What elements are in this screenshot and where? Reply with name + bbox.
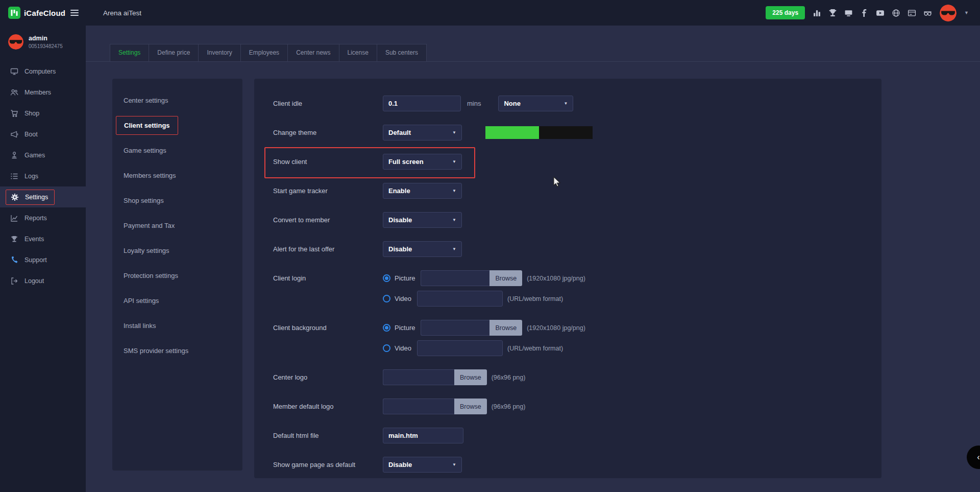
theme-preview	[485, 126, 593, 139]
nav-item-api-settings[interactable]: API settings	[112, 288, 242, 313]
nav-item-center-settings[interactable]: Center settings	[112, 88, 242, 113]
settings-nav-panel: Center settings Client settings Game set…	[112, 79, 242, 471]
client-background-video-radio[interactable]	[383, 344, 390, 352]
nav-item-game-settings[interactable]: Game settings	[112, 138, 242, 163]
sidebar-item-games[interactable]: Games	[0, 145, 86, 166]
center-logo-input[interactable]	[383, 369, 454, 385]
sidebar-item-boot[interactable]: Boot	[0, 124, 86, 145]
sidebar-item-label: Logs	[24, 173, 38, 180]
sidebar-item-computers[interactable]: Computers	[0, 61, 86, 82]
start-game-tracker-select[interactable]: Enable▼	[383, 183, 462, 199]
tab-bar: Settings Define price Inventory Employee…	[86, 44, 980, 62]
games-icon	[10, 151, 18, 159]
row-start-game-tracker: Start game tracker Enable▼	[273, 183, 881, 199]
sidebar-item-reports[interactable]: Reports	[0, 207, 86, 228]
show-game-page-select[interactable]: Disable▼	[383, 457, 462, 473]
sidebar-item-label: Settings	[25, 194, 48, 201]
tab-sub-centers[interactable]: Sub centers	[377, 44, 427, 61]
nav-item-payment-and-tax[interactable]: Payment and Tax	[112, 213, 242, 238]
field-hint: (URL/webm format)	[507, 295, 563, 302]
card-icon[interactable]	[908, 9, 916, 17]
show-client-select[interactable]: Full screen▼	[383, 154, 462, 170]
client-settings-highlight-box: Client settings	[116, 116, 178, 135]
field-hint: (1920x1080 jpg/png)	[527, 324, 585, 332]
client-login-picture-radio[interactable]	[383, 274, 390, 282]
stats-icon[interactable]	[813, 9, 821, 17]
nav-item-label: Center settings	[124, 97, 168, 104]
field-label: Client idle	[273, 96, 383, 111]
member-default-logo-browse-button[interactable]: Browse	[454, 399, 487, 414]
radio-label: Picture	[395, 324, 415, 332]
field-label: Show client	[273, 154, 383, 170]
sidebar-item-events[interactable]: Events	[0, 228, 86, 249]
client-idle-unit: mins	[467, 100, 481, 107]
topbar-icon-row	[813, 9, 932, 17]
center-logo-browse-button[interactable]: Browse	[454, 369, 487, 385]
brand-logo[interactable]: iCafeCloud	[8, 7, 65, 19]
user-avatar[interactable]	[940, 5, 957, 21]
client-login-video-radio[interactable]	[383, 295, 390, 302]
client-background-picture-browse-button[interactable]: Browse	[489, 320, 522, 336]
sidebar-item-members[interactable]: Members	[0, 82, 86, 103]
field-hint: (1920x1080 jpg/png)	[527, 275, 585, 282]
tab-label: Define price	[157, 49, 190, 56]
change-theme-select[interactable]: Default▼	[383, 125, 462, 140]
chevron-down-icon: ▼	[452, 130, 456, 135]
field-label: Start game tracker	[273, 183, 383, 199]
field-label: Default html file	[273, 428, 383, 443]
member-default-logo-input[interactable]	[383, 399, 454, 414]
field-label: Center logo	[273, 369, 383, 385]
convert-to-member-select[interactable]: Disable▼	[383, 212, 462, 228]
tab-license[interactable]: License	[339, 44, 377, 61]
nav-item-loyalty-settings[interactable]: Loyalty settings	[112, 238, 242, 263]
sidebar-user-block[interactable]: admin 005193482475	[0, 26, 86, 57]
nav-item-sms-provider-settings[interactable]: SMS provider settings	[112, 338, 242, 363]
nav-item-install-links[interactable]: Install links	[112, 313, 242, 338]
youtube-icon[interactable]	[876, 9, 885, 17]
goggles-icon[interactable]	[923, 9, 932, 17]
tab-employees[interactable]: Employees	[240, 44, 288, 61]
chevron-down-icon: ▼	[452, 462, 456, 467]
tab-inventory[interactable]: Inventory	[198, 44, 240, 61]
sidebar-item-logs[interactable]: Logs	[0, 166, 86, 186]
facebook-icon[interactable]	[860, 9, 869, 17]
license-days-badge[interactable]: 225 days	[766, 6, 805, 19]
sidebar-item-logout[interactable]: Logout	[0, 270, 86, 291]
sidebar-item-support[interactable]: Support	[0, 249, 86, 270]
nav-item-protection-settings[interactable]: Protection settings	[112, 263, 242, 288]
console-icon[interactable]	[844, 9, 853, 17]
gear-icon	[11, 193, 19, 201]
hamburger-menu-icon[interactable]	[70, 8, 79, 17]
alert-last-offer-select[interactable]: Disable▼	[383, 241, 462, 257]
globe-icon[interactable]	[892, 9, 900, 17]
tab-settings[interactable]: Settings	[110, 44, 149, 61]
chevron-down-icon[interactable]: ▼	[964, 10, 969, 15]
nav-item-client-settings[interactable]: Client settings	[112, 113, 242, 138]
tab-center-news[interactable]: Center news	[287, 44, 339, 61]
client-login-picture-input[interactable]	[421, 270, 489, 286]
client-background-picture-radio[interactable]	[383, 324, 390, 332]
row-client-idle: Client idle mins None▼	[273, 96, 881, 111]
sidebar-item-shop[interactable]: Shop	[0, 103, 86, 124]
nav-item-shop-settings[interactable]: Shop settings	[112, 188, 242, 213]
theme-preview-black-swatch	[539, 126, 593, 139]
client-idle-action-select[interactable]: None▼	[498, 96, 573, 111]
trophy-icon[interactable]	[828, 9, 837, 17]
client-background-picture-input[interactable]	[421, 320, 489, 336]
sidebar-item-label: Members	[24, 89, 51, 96]
tab-label: Employees	[249, 49, 279, 56]
client-idle-input[interactable]	[383, 96, 461, 111]
chevron-down-icon: ▼	[452, 159, 456, 164]
sidebar-item-label: Games	[24, 152, 45, 159]
row-change-theme: Change theme Default▼	[273, 125, 881, 140]
nav-item-label: Client settings	[124, 122, 170, 129]
nav-item-members-settings[interactable]: Members settings	[112, 163, 242, 188]
client-login-picture-browse-button[interactable]: Browse	[489, 270, 522, 286]
reports-icon	[10, 214, 18, 222]
client-background-video-input[interactable]	[417, 340, 503, 356]
default-html-file-input[interactable]	[383, 428, 463, 443]
client-login-video-input[interactable]	[417, 291, 503, 307]
sidebar-item-settings[interactable]: Settings	[0, 186, 86, 207]
tab-define-price[interactable]: Define price	[149, 44, 199, 61]
sidebar-item-label: Computers	[24, 68, 56, 75]
